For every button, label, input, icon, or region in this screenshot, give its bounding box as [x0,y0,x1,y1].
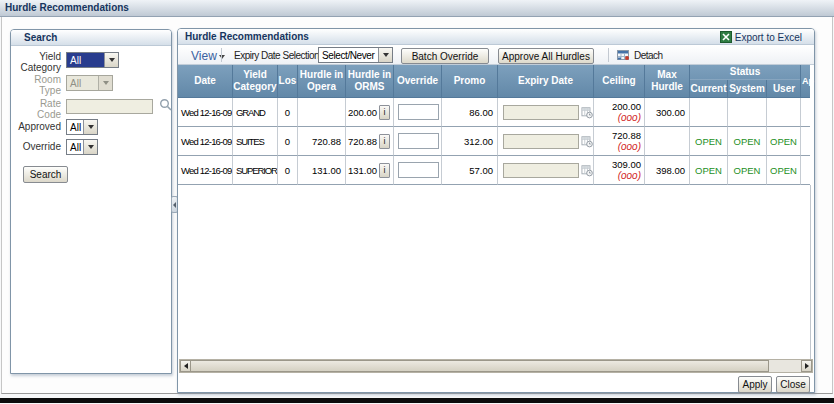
expiry-date-input[interactable] [503,163,579,178]
col-header-hurdle-in-opera[interactable]: Hurdle in Opera [298,65,346,98]
override-input[interactable] [398,104,439,120]
cell-hurdle-in-opera [298,98,346,127]
cell-expiry-date [498,127,594,156]
cell-ceiling: 309.00 (ooo) [594,156,645,185]
window-titlebar: Hurdle Recommendations [0,0,834,17]
col-header-los[interactable]: Los [278,65,298,98]
cell-override [394,127,442,156]
cell-promo: 57.00 [442,156,498,185]
override-select[interactable]: All [66,139,98,155]
chevron-down-icon[interactable] [378,48,392,62]
col-header-date[interactable]: Date [178,65,233,98]
rate-code-label: Rate Code [11,98,61,120]
search-button[interactable]: Search [23,166,68,183]
collapse-left-icon [173,202,176,208]
date-picker-icon[interactable] [581,106,593,119]
col-header-max-hurdle[interactable]: Max Hurdle [645,65,690,98]
expiry-date-selection-select[interactable]: Select/Never [318,47,393,63]
orms-info-button[interactable]: i [379,105,390,120]
cell-yield-category: SUPERIOR [233,156,278,185]
expiry-date-input[interactable] [503,134,579,149]
col-header-hurdle-in-orms[interactable]: Hurdle in ORMS [346,65,394,98]
col-header-ceiling[interactable]: Ceiling [594,65,645,98]
chevron-down-icon [98,76,112,90]
apply-button[interactable]: Apply [738,376,772,393]
yield-category-label: Yield Category [11,51,61,73]
approved-label: Approved [11,121,61,132]
table-header: Date Yield Category Los Hurdle in Opera … [178,65,810,98]
cell-status-user [767,98,801,127]
cell-hurdle-in-opera: 131.00 [298,156,346,185]
cell-ceiling: 720.88 (ooo) [594,127,645,156]
cell-expiry-date [498,156,594,185]
date-picker-icon[interactable] [581,135,593,148]
expiry-date-selection-label: Expiry Date Selection [234,50,319,61]
orms-info-button[interactable]: i [379,134,390,149]
window-bottom-bar [0,398,834,403]
export-to-excel-button[interactable]: Export to Excel [720,31,802,43]
chevron-down-icon[interactable] [83,140,97,154]
col-header-status-current[interactable]: Current [690,80,728,97]
cell-status-system: OPEN [728,127,767,156]
main-panel-title: Hurdle Recommendations [185,31,309,42]
room-type-label: Room Type [11,74,61,96]
cell-status-user: OPEN [767,127,801,156]
cell-max-hurdle: 398.00 [645,156,690,185]
cell-hurdle-in-orms: 720.88i [346,127,394,156]
cell-status-current: OPEN [690,127,728,156]
table-row[interactable]: Wed 12-16-09 GRAND 0 200.00i 86.00 200.0… [178,98,810,127]
detach-icon [616,48,630,61]
cell-ceiling: 200.00 (ooo) [594,98,645,127]
cell-promo: 312.00 [442,127,498,156]
orms-info-button[interactable]: i [379,163,390,178]
table-right-border [810,185,811,359]
window-title: Hurdle Recommendations [0,0,129,13]
col-header-promo[interactable]: Promo [442,65,498,98]
table-row[interactable]: Wed 12-16-09 SUITES 0 720.88 720.88i 312… [178,127,810,156]
cell-hurdle-in-opera: 720.88 [298,127,346,156]
cell-hurdle-in-orms: 200.00i [346,98,394,127]
view-menu-button[interactable]: View [191,49,217,63]
date-picker-icon[interactable] [581,164,593,177]
search-panel: Search Yield Category All Room Type All … [10,29,172,374]
cell-max-hurdle: 300.00 [645,98,690,127]
cell-approved-clipped [801,98,810,127]
expiry-date-input[interactable] [503,105,579,120]
cell-status-system [728,98,767,127]
cell-status-system: OPEN [728,156,767,185]
col-header-status-system[interactable]: System [728,80,767,97]
cell-override [394,156,442,185]
batch-override-button[interactable]: Batch Override [401,48,489,64]
cell-los: 0 [278,127,298,156]
scroll-right-button[interactable] [801,360,812,372]
approve-all-hurdles-button[interactable]: Approve All Hurdles [498,48,594,64]
cell-approved-clipped [801,127,810,156]
approved-select[interactable]: All [66,119,98,135]
detach-button[interactable]: Detach [634,50,663,61]
close-button[interactable]: Close [776,376,810,393]
cell-los: 0 [278,156,298,185]
col-header-expiry-date[interactable]: Expiry Date [498,65,594,98]
scroll-left-button[interactable] [180,360,191,372]
excel-icon [720,31,732,43]
search-magnifier-icon[interactable] [159,98,173,112]
col-header-status-group: Status Current System User [690,65,801,98]
col-header-override[interactable]: Override [394,65,442,98]
cell-expiry-date [498,98,594,127]
override-input[interactable] [398,133,439,149]
cell-override [394,98,442,127]
table-row[interactable]: Wed 12-16-09 SUPERIOR 0 131.00 131.00i 5… [178,156,810,185]
override-label: Override [11,141,61,152]
col-header-approved-clipped[interactable]: Ap [801,65,810,98]
scrollbar-track[interactable] [769,360,801,372]
cell-date: Wed 12-16-09 [178,156,233,185]
chevron-down-icon[interactable] [104,53,118,67]
horizontal-scrollbar[interactable] [179,359,813,373]
col-header-status-user[interactable]: User [767,80,801,97]
col-header-yield-category[interactable]: Yield Category [233,65,278,98]
scrollbar-thumb[interactable] [191,360,769,372]
status-group-label: Status [690,65,800,80]
override-input[interactable] [398,162,439,178]
chevron-down-icon[interactable] [83,120,97,134]
yield-category-select[interactable]: All [66,52,119,68]
